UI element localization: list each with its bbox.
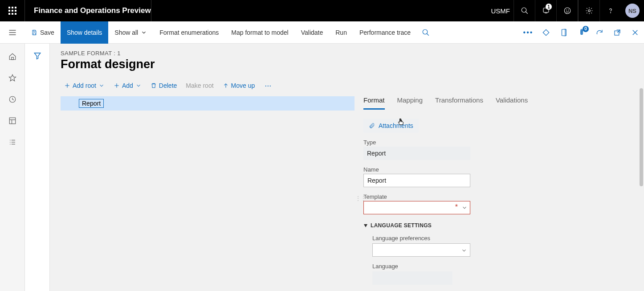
move-up-button[interactable]: Move up [219,79,259,92]
svg-line-10 [526,12,528,14]
tab-mapping[interactable]: Mapping [397,96,423,110]
language-label: Language [372,263,599,270]
svg-rect-1 [12,7,13,8]
svg-rect-20 [33,30,36,31]
svg-line-26 [617,30,620,33]
action-overflow-icon[interactable]: ··· [260,81,276,90]
page-title: Format designer [61,57,644,71]
type-field: Type Report [363,139,599,160]
top-bar: Finance and Operations Preview USMF 1 NS [0,0,644,21]
home-icon[interactable] [8,52,17,61]
notifications-icon[interactable]: 1 [535,0,556,21]
chevron-down-icon[interactable] [461,205,468,211]
svg-point-9 [522,8,526,12]
save-button[interactable]: Save [25,21,61,44]
add-root-button[interactable]: Add root [61,79,108,92]
notification-badge: 1 [546,4,552,10]
detail-pane: Format Mapping Transformations Validatio… [363,96,613,291]
svg-rect-2 [15,7,16,8]
name-label: Name [363,166,599,173]
delete-button[interactable]: Delete [147,79,180,92]
breadcrumb: SAMPLE FORMAT : 1 [61,50,644,57]
required-indicator: * [455,203,458,211]
search-icon[interactable] [514,0,535,21]
chevron-down-icon [461,247,467,254]
type-value: Report [363,147,470,160]
help-connector-icon[interactable] [537,21,555,44]
tree-node-selected[interactable]: Report [61,96,355,111]
lang-pref-label: Language preferences [372,235,599,242]
svg-marker-41 [34,53,41,59]
make-root-button: Make root [182,79,217,92]
lang-pref-select[interactable] [372,243,470,257]
nav-rail [0,44,25,291]
drag-handle-icon[interactable]: ⋮⋮ [355,195,366,201]
attach-badge: 0 [583,26,589,32]
svg-rect-0 [8,7,10,8]
tab-validations[interactable]: Validations [496,96,528,110]
user-avatar[interactable]: NS [625,4,640,18]
language-settings-section[interactable]: LANGUAGE SETTINGS [363,222,599,229]
recent-icon[interactable] [8,94,17,104]
office-icon[interactable] [555,21,573,44]
chevron-down-icon [98,82,105,89]
template-input[interactable] [363,201,470,214]
show-all-button[interactable]: Show all [108,21,153,44]
chevron-down-icon [135,82,142,89]
svg-rect-3 [8,10,10,12]
map-format-button[interactable]: Map format to model [225,21,294,44]
nav-toggle-icon[interactable] [0,21,25,44]
attachments-button[interactable]: Attachments [363,119,419,133]
svg-point-14 [568,10,568,10]
refresh-icon[interactable] [591,21,608,44]
overflow-icon[interactable]: ••• [519,21,537,44]
save-label: Save [40,29,54,36]
action-toolbar: Add root Add Delete Make root Move up ··… [61,77,644,94]
validate-button[interactable]: Validate [295,21,330,44]
tab-format[interactable]: Format [363,96,385,110]
help-icon[interactable] [599,0,621,21]
close-icon[interactable] [626,21,644,44]
feedback-icon[interactable] [556,0,578,21]
tree-node-label: Report [79,99,104,108]
tab-transformations[interactable]: Transformations [435,96,483,110]
name-input[interactable] [363,174,470,187]
type-label: Type [363,139,599,146]
scrollbar[interactable] [640,88,643,186]
favorites-icon[interactable] [8,73,17,83]
settings-icon[interactable] [578,0,599,21]
svg-marker-30 [9,75,16,81]
popout-icon[interactable] [608,21,626,44]
show-details-button[interactable]: Show details [61,21,108,44]
svg-point-15 [588,10,590,12]
attachments-cmd-icon[interactable]: 0 [573,21,591,44]
filter-rail [25,44,50,291]
svg-point-12 [564,8,571,14]
language-value [372,271,452,285]
format-tree: Report [61,96,355,291]
filter-icon[interactable] [33,52,41,291]
cursor-pointer-icon [396,118,405,127]
svg-rect-7 [12,13,13,15]
format-enum-button[interactable]: Format enumerations [153,21,225,44]
chevron-down-icon [141,29,147,36]
svg-rect-29 [11,57,13,60]
svg-marker-24 [543,29,549,36]
svg-point-16 [610,12,611,13]
svg-rect-21 [33,33,36,35]
add-button[interactable]: Add [110,79,145,92]
page-search-icon[interactable] [417,21,435,44]
company-label[interactable]: USMF [491,7,510,15]
main-content: SAMPLE FORMAT : 1 Format designer Add ro… [50,44,644,291]
run-button[interactable]: Run [329,21,353,44]
modules-icon[interactable] [8,137,17,147]
perf-trace-button[interactable]: Performance trace [353,21,417,44]
svg-line-23 [427,33,429,36]
app-title: Finance and Operations Preview [25,6,151,15]
template-field: ⋮⋮ Template * [363,193,599,214]
workspaces-icon[interactable] [8,116,17,126]
app-launcher-icon[interactable] [0,0,25,21]
language-field: Language [372,263,599,285]
divider [151,0,151,21]
detail-tabs: Format Mapping Transformations Validatio… [363,96,599,110]
